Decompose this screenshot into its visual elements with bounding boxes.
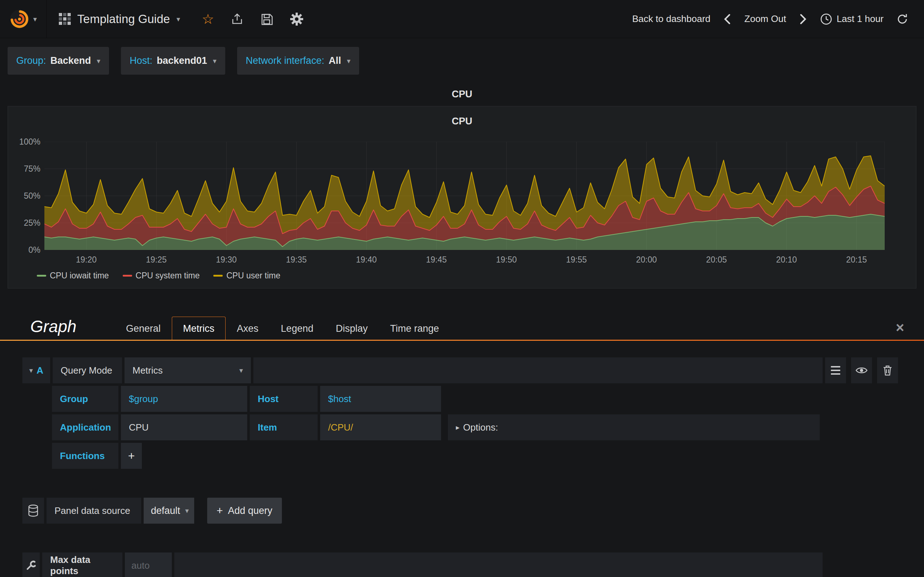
group-field-input[interactable]: $group (121, 386, 247, 412)
variable-value: All (328, 55, 341, 66)
gear-icon (290, 12, 304, 26)
query-collapse-toggle[interactable]: ▾ A (23, 357, 50, 384)
share-button[interactable] (231, 13, 244, 26)
save-button[interactable] (260, 13, 273, 26)
refresh-button[interactable] (896, 13, 909, 26)
options-label: Options: (463, 422, 498, 433)
x-tick-label: 20:15 (835, 255, 878, 265)
legend-item[interactable]: CPU user time (213, 271, 281, 280)
grafana-menu[interactable]: ▾ (0, 0, 47, 38)
chevron-down-icon: ▾ (239, 366, 243, 375)
time-shift-right-button[interactable] (798, 13, 808, 25)
variable-value: Backend (50, 55, 91, 66)
item-field-value: /CPU/ (328, 422, 353, 433)
trash-icon (882, 364, 893, 376)
zoom-out-button[interactable]: Zoom Out (744, 13, 786, 24)
query-row-application-item: Application CPU Item /CPU/ ▸ Options: (52, 414, 898, 440)
item-field-input[interactable]: /CPU/ (320, 414, 441, 440)
x-tick-label: 20:05 (695, 255, 738, 265)
tab-general[interactable]: General (115, 317, 172, 340)
datasource-select[interactable]: default ▾ (144, 498, 194, 524)
application-field-input[interactable]: CPU (121, 414, 247, 440)
variable-netif-dropdown[interactable]: Network interface: All ▾ (237, 47, 359, 75)
query-delete-button[interactable] (877, 357, 898, 384)
query-row-main: ▾ A Query Mode Metrics ▾ (23, 357, 898, 384)
chevron-down-icon: ▾ (29, 366, 33, 375)
x-axis-labels: 19:2019:2519:3019:3519:4019:4519:5019:55… (44, 255, 885, 266)
triangle-right-icon: ▸ (456, 423, 459, 432)
series-color-swatch (37, 275, 46, 277)
variable-group-dropdown[interactable]: Group: Backend ▾ (8, 47, 109, 75)
panel-editor-header: Graph General Metrics Axes Legend Displa… (0, 312, 924, 340)
query-menu-button[interactable] (825, 357, 846, 384)
menu-icon (831, 366, 840, 375)
plus-icon: + (216, 504, 223, 517)
tab-axes[interactable]: Axes (226, 317, 270, 340)
query-ref-letter: A (36, 365, 43, 376)
y-tick-label: 75% (8, 164, 40, 174)
add-query-label: Add query (228, 505, 273, 516)
x-tick-label: 19:45 (415, 255, 458, 265)
variable-host-dropdown[interactable]: Host: backend01 ▾ (121, 47, 225, 75)
chart-plot-area[interactable] (44, 142, 885, 250)
star-icon: ☆ (202, 12, 214, 26)
datasource-value: default (151, 505, 180, 516)
x-tick-label: 19:35 (275, 255, 318, 265)
x-tick-label: 19:55 (555, 255, 598, 265)
variable-value: backend01 (157, 55, 207, 66)
tab-display[interactable]: Display (325, 317, 379, 340)
wrench-icon (26, 560, 36, 571)
series-label: CPU system time (136, 271, 200, 280)
query-toggle-visibility-button[interactable] (851, 357, 872, 384)
time-shift-left-button[interactable] (723, 13, 732, 25)
time-range-picker[interactable]: Last 1 hour (820, 13, 884, 25)
host-field-label: Host (250, 386, 318, 412)
chart-legend: CPU iowait time CPU system time CPU user… (37, 271, 281, 280)
query-mode-value: Metrics (132, 365, 163, 376)
share-icon (231, 13, 244, 26)
series-color-swatch (213, 275, 223, 277)
database-icon (28, 504, 39, 517)
add-function-button[interactable]: + (121, 443, 142, 469)
x-tick-label: 20:00 (625, 255, 668, 265)
add-query-button[interactable]: + Add query (207, 498, 282, 524)
host-field-input[interactable]: $host (320, 386, 441, 412)
max-data-points-field[interactable] (125, 553, 172, 577)
series-color-swatch (123, 275, 132, 277)
star-button[interactable]: ☆ (202, 12, 214, 26)
variable-label: Network interface: (246, 55, 325, 66)
query-mode-select[interactable]: Metrics ▾ (124, 357, 251, 384)
y-tick-label: 0% (8, 245, 40, 255)
legend-item[interactable]: CPU system time (123, 271, 200, 280)
tab-time-range[interactable]: Time range (379, 317, 451, 340)
max-data-points-input[interactable] (131, 560, 165, 571)
dashboard-picker[interactable]: Templating Guide ▾ (47, 0, 192, 38)
settings-button[interactable] (290, 12, 304, 26)
datasource-row: Panel data source default ▾ + Add query (23, 498, 282, 524)
host-field-value: $host (328, 393, 351, 405)
chevron-down-icon: ▾ (176, 15, 180, 23)
close-editor-button[interactable]: × (896, 319, 904, 336)
chevron-down-icon: ▾ (347, 56, 351, 65)
legend-item[interactable]: CPU iowait time (37, 271, 109, 280)
chevron-right-icon (798, 13, 808, 25)
y-tick-label: 50% (8, 191, 40, 201)
query-mode-label: Query Mode (53, 357, 122, 384)
application-field-label: Application (52, 414, 118, 440)
chevron-down-icon: ▾ (33, 15, 37, 23)
x-tick-label: 19:25 (135, 255, 178, 265)
group-field-label: Group (52, 386, 118, 412)
chevron-left-icon (723, 13, 732, 25)
x-tick-label: 19:20 (65, 255, 108, 265)
panel-header-title[interactable]: CPU (0, 89, 924, 100)
options-expander[interactable]: ▸ Options: (448, 414, 820, 440)
tab-underline (0, 340, 924, 341)
back-to-dashboard-link[interactable]: Back to dashboard (632, 13, 711, 24)
y-tick-label: 100% (8, 137, 40, 147)
clock-icon (820, 13, 832, 25)
tab-legend[interactable]: Legend (270, 317, 325, 340)
tab-metrics[interactable]: Metrics (172, 317, 226, 340)
panel-data-source-label: Panel data source (47, 498, 141, 524)
refresh-icon (896, 13, 909, 26)
options-row-filler (174, 553, 822, 577)
